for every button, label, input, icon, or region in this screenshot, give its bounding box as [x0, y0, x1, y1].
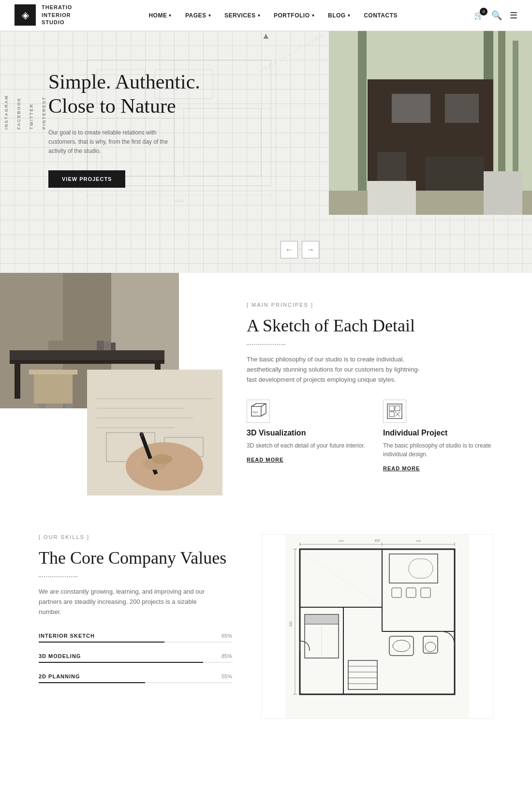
svg-rect-24 — [426, 157, 484, 191]
project-icon — [386, 403, 403, 420]
nav-blog[interactable]: BLOG ▾ — [328, 12, 350, 19]
svg-rect-38 — [65, 404, 73, 408]
svg-text:xyz: xyz — [252, 410, 258, 414]
hero-image — [329, 31, 532, 215]
social-pinterest[interactable]: PINTEREST — [38, 89, 50, 135]
skill-interior-header: INTERIOR SKETCH 65% — [39, 633, 232, 639]
svg-rect-33 — [15, 360, 20, 399]
social-twitter[interactable]: TWITTER — [25, 89, 38, 135]
skill-interior-sketch: INTERIOR SKETCH 65% — [39, 633, 232, 643]
logo-text: THERATIO INTERIOR STUDIO — [42, 4, 72, 26]
cart-badge: 0 — [480, 8, 488, 15]
svg-rect-31 — [10, 350, 164, 360]
feature-3d-icon: xyz — [247, 400, 270, 423]
search-icon: 🔍 — [491, 11, 502, 20]
feature-individual-desc: The basic philosophy of studio is to cre… — [383, 441, 508, 459]
svg-rect-35 — [29, 370, 77, 374]
sketch-image — [87, 370, 222, 495]
svg-rect-32 — [10, 360, 164, 364]
svg-rect-39 — [97, 341, 104, 350]
feature-individual: Individual Project The basic philosophy … — [383, 400, 508, 472]
svg-line-60 — [261, 413, 266, 416]
svg-rect-22 — [445, 94, 479, 123]
svg-text:200: 200 — [339, 539, 344, 543]
hero-image-inner — [329, 31, 532, 215]
nav-pages-arrow: ▾ — [208, 13, 211, 18]
nav-portfolio[interactable]: PORTFOLIO ▾ — [274, 12, 314, 19]
svg-rect-36 — [34, 374, 73, 404]
logo-box: ◈ — [15, 4, 36, 26]
nav-home-arrow: ▾ — [169, 13, 172, 18]
features-grid: xyz 3D Visualization 3D sketch of each d… — [247, 400, 508, 472]
social-sidebar: PINTEREST TWITTER FACEBOOK INSTAGRAM — [0, 89, 50, 135]
skills-title: The Core Company Values — [39, 548, 232, 569]
nav-portfolio-arrow: ▾ — [312, 13, 315, 18]
main-nav: HOME ▾ PAGES ▾ SERVICES ▾ PORTFOLIO ▾ BL… — [148, 12, 398, 19]
svg-text:400: 400 — [374, 539, 380, 543]
scroll-up-indicator[interactable]: ▲ — [262, 31, 270, 41]
svg-line-56 — [251, 404, 256, 406]
logo[interactable]: ◈ THERATIO INTERIOR STUDIO — [15, 4, 72, 26]
next-arrow[interactable]: → — [302, 241, 319, 258]
skill-3d-name: 3D MODELING — [39, 653, 81, 659]
skill-3d-bar-bg — [39, 662, 232, 663]
skills-section: [ OUR SKILLS ] The Core Company Values W… — [0, 505, 532, 748]
skills-dotted-divider — [39, 576, 77, 577]
view-projects-button[interactable]: VIEW PROJECTS — [48, 170, 125, 188]
principles-title: A Sketch of Each Detail — [247, 315, 508, 336]
menu-button[interactable]: ☰ — [510, 10, 517, 21]
nav-pages[interactable]: PAGES ▾ — [185, 12, 211, 19]
svg-rect-64 — [395, 406, 400, 411]
svg-text:200: 200 — [416, 539, 421, 543]
skill-3d-header: 3D MODELING 85% — [39, 653, 232, 659]
prev-arrow[interactable]: ← — [281, 241, 298, 258]
hamburger-icon: ☰ — [510, 11, 517, 20]
feature-individual-readmore[interactable]: READ MORE — [383, 465, 420, 471]
skill-2d-bar-fill — [39, 682, 145, 683]
feature-3d: xyz 3D Visualization 3D sketch of each d… — [247, 400, 371, 472]
skill-interior-bar-fill — [39, 642, 164, 643]
feature-3d-desc: 3D sketch of each detail of your future … — [247, 441, 371, 450]
principles-content: [ MAIN PRINCIPES ] A Sketch of Each Deta… — [222, 273, 532, 505]
svg-rect-19 — [358, 31, 367, 215]
skill-interior-pct: 65% — [222, 633, 232, 639]
header: ◈ THERATIO INTERIOR STUDIO HOME ▾ PAGES … — [0, 0, 532, 31]
floorplan-box: 400 300 200 200 — [261, 534, 493, 719]
principles-section: [ MAIN PRINCIPES ] A Sketch of Each Deta… — [0, 273, 532, 505]
floorplan-area: 400 300 200 200 — [261, 534, 493, 719]
cart-button[interactable]: 🛒 0 — [474, 11, 484, 20]
svg-rect-41 — [111, 343, 116, 350]
skill-2d-pct: 55% — [222, 673, 232, 679]
dotted-divider — [247, 344, 285, 345]
nav-contacts[interactable]: CONTACTS — [364, 12, 398, 19]
nav-blog-arrow: ▾ — [348, 13, 351, 18]
visualization-icon: xyz — [250, 403, 267, 420]
svg-rect-68 — [285, 535, 469, 718]
feature-3d-readmore[interactable]: READ MORE — [247, 457, 283, 463]
skill-3d-bar-fill — [39, 662, 203, 663]
search-button[interactable]: 🔍 — [491, 10, 502, 21]
feature-individual-title: Individual Project — [383, 429, 508, 437]
skill-2d-bar-bg — [39, 682, 232, 683]
skill-interior-bar-bg — [39, 642, 232, 643]
svg-line-57 — [261, 404, 266, 406]
skills-label: [ OUR SKILLS ] — [39, 534, 232, 540]
social-instagram[interactable]: INSTAGRAM — [0, 89, 13, 135]
svg-rect-80 — [305, 614, 339, 624]
skills-left: [ OUR SKILLS ] The Core Company Values W… — [39, 534, 232, 719]
logo-icon: ◈ — [22, 9, 29, 21]
nav-services[interactable]: SERVICES ▾ — [224, 12, 260, 19]
skills-desc: We are constantly growing, learning, and… — [39, 587, 208, 617]
principles-label: [ MAIN PRINCIPES ] — [247, 302, 508, 308]
hero-subtitle: Our goal is to create reliable relations… — [48, 128, 184, 156]
skill-2d-header: 2D PLANNING 55% — [39, 673, 232, 679]
svg-point-54 — [151, 454, 173, 464]
svg-rect-27 — [484, 171, 522, 215]
svg-rect-63 — [389, 406, 394, 411]
nav-home[interactable]: HOME ▾ — [148, 12, 172, 19]
social-facebook[interactable]: FACEBOOK — [13, 89, 25, 135]
floorplan-svg: 400 300 200 200 — [262, 535, 493, 718]
principles-desc: The basic philosophy of our studio is to… — [247, 355, 421, 385]
skill-3d-modeling: 3D MODELING 85% — [39, 653, 232, 663]
hero-title: Simple. Authentic. Close to Nature — [48, 70, 203, 119]
